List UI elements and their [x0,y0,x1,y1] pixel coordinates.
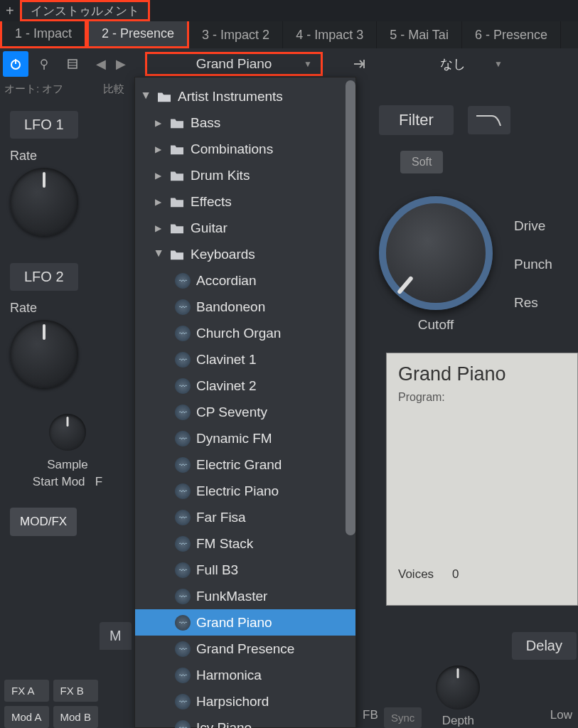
compare-label[interactable]: 比較 [103,82,124,96]
mod-a-button[interactable]: Mod A [4,706,49,728]
sample-start-block: Sample Start Mod F [10,414,125,491]
tree-folder-root[interactable]: ▶Artist Instruments [135,83,355,109]
tree-preset-bandoneon[interactable]: 〰Bandoneon [135,294,355,320]
tree-folder-effects[interactable]: ▶Effects [135,188,355,215]
preset-display: Grand Piano Program: Voices 0 [386,353,578,606]
tree-preset-electric-grand[interactable]: 〰Electric Grand [135,451,355,478]
pin-icon[interactable] [31,51,57,77]
tree-preset-fm-stack[interactable]: 〰FM Stack [135,530,355,557]
tree-folder-combinations[interactable]: ▶Combinations [135,136,355,162]
drive-label: Drive [514,218,552,234]
tab-5-maitai[interactable]: 5 - Mai Tai [377,21,462,48]
depth-knob[interactable] [436,665,480,710]
tree-preset-dynamic-fm[interactable]: 〰Dynamic FM [135,425,355,451]
depth-label: Depth [436,714,480,728]
tree-preset-clavinet-2[interactable]: 〰Clavinet 2 [135,373,355,399]
tree-preset-electric-piano[interactable]: 〰Electric Piano [135,478,355,504]
punch-label: Punch [514,257,552,272]
mod-b-button[interactable]: Mod B [53,706,98,728]
tree-preset-harpsichord[interactable]: 〰Harpsichord [135,688,355,714]
tree-preset-harmonica[interactable]: 〰Harmonica [135,662,355,688]
add-icon[interactable]: + [6,3,14,19]
tree-preset-full-b3[interactable]: 〰Full B3 [135,557,355,583]
voices-value: 0 [452,567,459,582]
lfo1-header: LFO 1 [10,111,78,139]
tree-preset-church-organ[interactable]: 〰Church Organ [135,320,355,346]
cutoff-label: Cutoff [379,317,493,333]
fx-slot-grid: FX A FX B Mod A Mod B [4,680,98,728]
filter-shape-button[interactable] [468,106,510,134]
svg-point-2 [41,60,47,65]
tab-2-presence[interactable]: 2 - Presence [87,21,189,48]
tree-preset-clavinet-1[interactable]: 〰Clavinet 1 [135,346,355,373]
tab-3-impact2[interactable]: 3 - Impact 2 [189,21,283,48]
lfo1-rate-knob[interactable] [10,168,78,236]
chevron-down-icon: ▼ [304,59,312,69]
low-label: Low [550,708,572,722]
tree-preset-grand-presence[interactable]: 〰Grand Presence [135,636,355,662]
svg-rect-4 [68,60,77,68]
fx-b-button[interactable]: FX B [53,680,98,702]
modfx-button[interactable]: MOD/FX [10,508,77,536]
sample-label-1: Sample [10,456,125,473]
preset-browser-dropdown: ▶Artist Instruments▶Bass▶Combinations▶Dr… [134,77,356,728]
tab-4-impact3[interactable]: 4 - Impact 3 [283,21,377,48]
plugin-toolbar: ◀ ▶ Grand Piano ▼ なし ▼ [0,48,578,80]
display-program-label: Program: [398,391,566,404]
midi-dropdown[interactable]: なし ▼ [418,52,525,76]
tree-folder-guitar[interactable]: ▶Guitar [135,215,355,241]
lfo2-header: LFO 2 [10,263,78,291]
menu-icon[interactable] [60,51,85,77]
m-header: M [100,622,132,650]
cutoff-knob[interactable] [379,196,493,310]
sample-label-2: Start Mod F [10,473,125,491]
midi-value: なし [440,55,466,73]
soft-button[interactable]: Soft [400,151,443,173]
tree-folder-bass[interactable]: ▶Bass [135,109,355,136]
display-title: Grand Piano [398,363,566,385]
depth-area: Sync Depth [384,665,480,728]
sample-start-knob[interactable] [49,414,86,451]
lfo1-rate-label: Rate [10,149,125,164]
tab-1-impact[interactable]: 1 - Impact [0,21,87,48]
automation-label[interactable]: オート: オフ [4,82,63,96]
instrument-menu-label[interactable]: インストゥルメント [20,0,150,21]
lfo2-rate-knob[interactable] [10,320,78,388]
tree-folder-drum-kits[interactable]: ▶Drum Kits [135,162,355,188]
delay-header: Delay [512,632,577,660]
res-label: Res [514,295,552,311]
tree-preset-funkmaster[interactable]: 〰FunkMaster [135,583,355,609]
tree-folder-keyboards[interactable]: ▶Keyboards [135,241,355,267]
tree-preset-cp-seventy[interactable]: 〰CP Seventy [135,399,355,425]
lfo2-rate-label: Rate [10,301,125,316]
next-preset-icon[interactable]: ▶ [108,51,134,77]
fb-label: FB [363,708,378,722]
instrument-tabs: 1 - Impact 2 - Presence 3 - Impact 2 4 -… [0,21,578,48]
right-panel: Filter Soft Cutoff Drive Punch Res [365,98,578,728]
goto-icon[interactable] [347,51,373,77]
filter-header: Filter [379,105,454,135]
fx-a-button[interactable]: FX A [4,680,49,702]
top-strip: + インストゥルメント [0,0,578,21]
preset-name: Grand Piano [196,56,272,72]
power-button[interactable] [3,51,28,77]
tree-preset-accordian[interactable]: 〰Accordian [135,267,355,294]
tab-6-presence[interactable]: 6 - Presence [462,21,561,48]
preset-dropdown[interactable]: Grand Piano ▼ [145,52,323,76]
tree-preset-icy-piano[interactable]: 〰Icy Piano [135,714,355,728]
left-panel: LFO 1 Rate LFO 2 Rate Sample Start Mod F… [0,98,135,728]
tree-preset-far-fisa[interactable]: 〰Far Fisa [135,504,355,530]
tree-preset-grand-piano[interactable]: 〰Grand Piano [135,609,355,636]
scrollbar[interactable] [346,80,355,535]
chevron-down-icon: ▼ [494,59,503,69]
plugin-body: LFO 1 Rate LFO 2 Rate Sample Start Mod F… [0,98,578,728]
voices-label: Voices [398,567,434,582]
sync-button[interactable]: Sync [384,707,422,728]
